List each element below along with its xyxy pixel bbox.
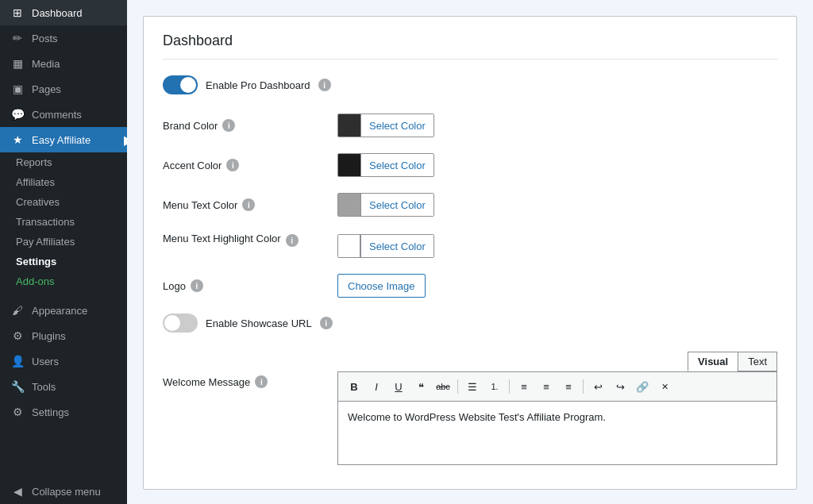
- submenu-arrow: ▶: [124, 133, 127, 148]
- sidebar-label-media: Media: [32, 58, 60, 70]
- sidebar-item-plugins[interactable]: ⚙ Plugins: [0, 323, 127, 348]
- brand-color-btn[interactable]: Select Color: [337, 113, 434, 137]
- sidebar-sub-affiliates[interactable]: Affiliates: [0, 172, 127, 192]
- plugins-icon: ⚙: [10, 329, 25, 342]
- brand-color-row: Brand Color i Select Color: [163, 113, 777, 137]
- sidebar-label-appearance: Appearance: [32, 305, 87, 317]
- sidebar-label-easy-affiliate: Easy Affiliate: [32, 134, 91, 146]
- welcome-message-label-text: Welcome Message: [163, 376, 250, 388]
- welcome-message-info-icon[interactable]: i: [255, 375, 268, 388]
- enable-showcase-toggle[interactable]: [163, 314, 198, 333]
- media-icon: ▦: [10, 57, 25, 70]
- enable-pro-label: Enable Pro Dashboard: [206, 79, 310, 91]
- sidebar-item-media[interactable]: ▦ Media: [0, 51, 127, 76]
- sidebar-label-comments: Comments: [32, 109, 82, 121]
- sidebar-label-tools: Tools: [32, 381, 56, 393]
- enable-pro-row: Enable Pro Dashboard i: [163, 75, 777, 94]
- toolbar-italic[interactable]: I: [367, 377, 386, 396]
- menu-text-color-btn-label: Select Color: [360, 194, 433, 216]
- toolbar-strikethrough[interactable]: abc: [433, 377, 453, 396]
- sidebar: ⊞ Dashboard ✏ Posts ▦ Media ▣ Pages 💬 Co…: [0, 0, 127, 504]
- sidebar-sub-settings[interactable]: Settings: [0, 252, 127, 271]
- sidebar-sub-reports[interactable]: Reports: [0, 152, 127, 172]
- sidebar-label-settings: Settings: [32, 406, 69, 418]
- accent-color-label-text: Accent Color: [163, 160, 222, 171]
- easy-affiliate-submenu: Reports Affiliates Creatives Transaction…: [0, 152, 127, 291]
- settings-icon: ⚙: [10, 406, 25, 418]
- menu-text-highlight-label: Menu Text Highlight Color i: [163, 233, 337, 247]
- menu-text-color-label: Menu Text Color i: [163, 198, 337, 211]
- sidebar-collapse[interactable]: ◀ Collapse menu: [0, 479, 127, 504]
- menu-text-highlight-btn[interactable]: Select Color: [337, 234, 434, 258]
- pages-icon: ▣: [10, 83, 25, 95]
- page-title: Dashboard: [163, 33, 777, 60]
- sidebar-sub-pay-affiliates[interactable]: Pay Affiliates: [0, 232, 127, 252]
- sidebar-item-easy-affiliate[interactable]: ★ Easy Affiliate ▶: [0, 127, 127, 152]
- enable-pro-info-icon[interactable]: i: [318, 79, 331, 91]
- editor-wrap: Visual Text B I U ❝ abc ☰ 1. ≡ ≡ ≡: [337, 352, 777, 465]
- accent-color-swatch: [338, 154, 360, 176]
- sidebar-sub-addons[interactable]: Add-ons: [0, 271, 127, 291]
- menu-text-highlight-btn-label: Select Color: [360, 235, 433, 257]
- easy-affiliate-icon: ★: [10, 133, 25, 146]
- toolbar-align-right[interactable]: ≡: [559, 377, 578, 396]
- main-content: Dashboard Enable Pro Dashboard i Brand C…: [127, 0, 813, 504]
- brand-color-btn-label: Select Color: [360, 114, 433, 137]
- collapse-icon: ◀: [10, 485, 25, 498]
- accent-color-label: Accent Color i: [163, 159, 337, 171]
- sidebar-label-dashboard: Dashboard: [32, 7, 83, 19]
- sidebar-item-users[interactable]: 👤 Users: [0, 348, 127, 374]
- brand-color-label-text: Brand Color: [163, 120, 218, 132]
- sidebar-item-settings[interactable]: ⚙ Settings: [0, 399, 127, 425]
- menu-text-color-swatch: [338, 194, 360, 216]
- logo-label-text: Logo: [163, 280, 186, 292]
- toolbar-ol[interactable]: 1.: [485, 377, 504, 396]
- toolbar-align-center[interactable]: ≡: [537, 377, 556, 396]
- toolbar-align-left[interactable]: ≡: [514, 377, 534, 396]
- enable-showcase-label: Enable Showcase URL: [206, 317, 312, 329]
- logo-info-icon[interactable]: i: [191, 279, 203, 292]
- sidebar-item-dashboard[interactable]: ⊞ Dashboard: [0, 0, 127, 25]
- toolbar-link[interactable]: 🔗: [633, 377, 652, 396]
- sidebar-item-pages[interactable]: ▣ Pages: [0, 76, 127, 102]
- comments-icon: 💬: [10, 108, 25, 121]
- sidebar-item-posts[interactable]: ✏ Posts: [0, 25, 127, 51]
- menu-text-highlight-row: Menu Text Highlight Color i Select Color: [163, 233, 777, 258]
- menu-text-highlight-info-icon[interactable]: i: [286, 234, 299, 247]
- sidebar-sub-transactions[interactable]: Transactions: [0, 212, 127, 232]
- brand-color-info-icon[interactable]: i: [222, 119, 235, 132]
- toolbar-bold[interactable]: B: [345, 377, 364, 396]
- enable-showcase-info-icon[interactable]: i: [320, 317, 333, 329]
- editor-content[interactable]: Welcome to WordPress Website Test's Affi…: [337, 402, 777, 465]
- toolbar-unlink[interactable]: ✕: [655, 377, 674, 396]
- accent-color-btn-label: Select Color: [360, 154, 433, 176]
- tab-text[interactable]: Text: [738, 352, 777, 371]
- accent-color-btn[interactable]: Select Color: [337, 153, 434, 177]
- sidebar-item-comments[interactable]: 💬 Comments: [0, 102, 127, 127]
- sidebar-sub-creatives[interactable]: Creatives: [0, 192, 127, 212]
- toolbar-underline[interactable]: U: [389, 377, 408, 396]
- sidebar-item-tools[interactable]: 🔧 Tools: [0, 374, 127, 399]
- enable-pro-toggle[interactable]: [163, 75, 198, 94]
- accent-color-info-icon[interactable]: i: [226, 159, 239, 171]
- toolbar-undo[interactable]: ↩: [588, 377, 607, 396]
- toolbar-divider2: [509, 379, 510, 394]
- logo-label: Logo i: [163, 279, 337, 292]
- tools-icon: 🔧: [10, 380, 25, 393]
- sidebar-label-posts: Posts: [32, 33, 58, 44]
- menu-text-color-info-icon[interactable]: i: [242, 198, 255, 211]
- choose-image-btn[interactable]: Choose Image: [337, 274, 426, 298]
- toolbar-redo[interactable]: ↪: [611, 377, 630, 396]
- appearance-icon: 🖌: [10, 304, 25, 317]
- menu-text-highlight-swatch: [338, 235, 360, 257]
- sidebar-label-users: Users: [32, 356, 59, 367]
- dashboard-icon: ⊞: [10, 6, 25, 19]
- toolbar-ul[interactable]: ☰: [463, 377, 482, 396]
- brand-color-label: Brand Color i: [163, 119, 337, 132]
- sidebar-item-appearance[interactable]: 🖌 Appearance: [0, 298, 127, 323]
- welcome-message-label: Welcome Message i: [163, 352, 337, 388]
- logo-row: Logo i Choose Image: [163, 274, 777, 298]
- toolbar-blockquote[interactable]: ❝: [411, 377, 430, 396]
- menu-text-color-btn[interactable]: Select Color: [337, 193, 434, 217]
- tab-visual[interactable]: Visual: [688, 352, 738, 371]
